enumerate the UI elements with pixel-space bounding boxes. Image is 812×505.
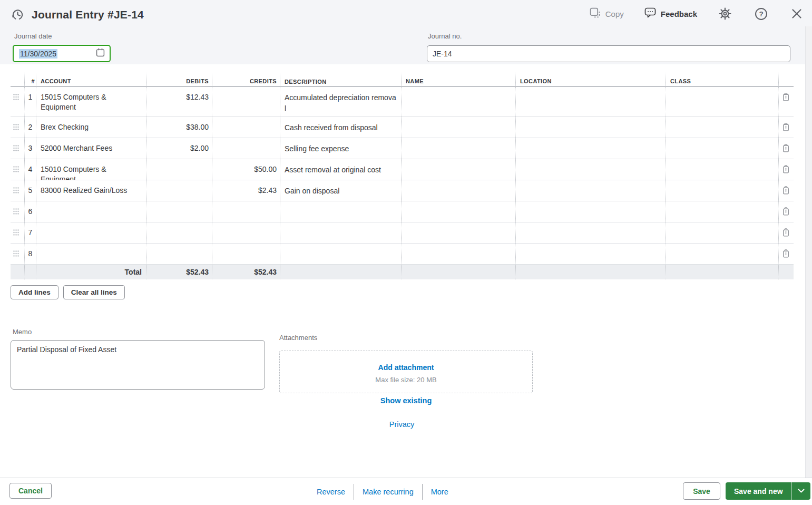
credits-cell[interactable] — [212, 244, 280, 264]
delete-row-icon[interactable] — [779, 159, 794, 180]
account-cell[interactable]: 83000 Realized Gain/Loss — [36, 180, 146, 201]
help-icon[interactable]: ? — [753, 6, 769, 22]
location-cell[interactable] — [516, 87, 666, 116]
save-and-new-button[interactable]: Save and new — [726, 482, 791, 500]
account-cell[interactable] — [36, 222, 146, 243]
table-row: 1 15015 Computers & Equipment $12.43 Acc… — [11, 87, 794, 117]
delete-row-icon[interactable] — [779, 117, 794, 138]
close-icon[interactable] — [789, 6, 805, 22]
description-cell[interactable] — [280, 244, 402, 264]
feedback-button[interactable]: Feedback — [644, 6, 697, 21]
save-options-dropdown-button[interactable] — [791, 482, 810, 500]
location-cell[interactable] — [516, 244, 666, 264]
account-cell[interactable]: 15015 Computers & Equipment — [36, 87, 146, 116]
show-existing-link[interactable]: Show existing — [279, 396, 533, 405]
drag-handle-icon[interactable] — [11, 180, 25, 201]
make-recurring-link[interactable]: Make recurring — [354, 488, 422, 496]
calendar-icon[interactable] — [95, 47, 105, 60]
delete-row-icon[interactable] — [779, 138, 794, 159]
debits-cell[interactable] — [146, 222, 212, 243]
location-cell[interactable] — [516, 138, 666, 159]
drag-handle-icon[interactable] — [11, 87, 25, 116]
journal-no-input[interactable] — [427, 45, 790, 62]
description-cell[interactable]: Gain on disposal — [280, 180, 402, 201]
account-cell[interactable]: Brex Checking — [36, 117, 146, 138]
credits-cell[interactable] — [212, 138, 280, 159]
more-link[interactable]: More — [423, 488, 457, 496]
copy-button[interactable]: Copy — [589, 7, 624, 21]
location-cell[interactable] — [516, 201, 666, 222]
credits-cell[interactable] — [212, 222, 280, 243]
description-cell[interactable]: Selling fee expense — [280, 138, 402, 159]
copy-label: Copy — [605, 9, 624, 18]
account-cell[interactable]: 15010 Computers & Equipment — [36, 159, 146, 180]
debits-cell[interactable] — [146, 244, 212, 264]
debits-cell[interactable] — [146, 159, 212, 180]
class-cell[interactable] — [666, 138, 779, 159]
location-cell[interactable] — [516, 117, 666, 138]
description-cell[interactable] — [280, 201, 402, 222]
debits-cell[interactable]: $2.00 — [146, 138, 212, 159]
description-cell[interactable]: Asset removal at original cost — [280, 159, 402, 180]
credits-cell[interactable]: $2.43 — [212, 180, 280, 201]
credits-cell[interactable] — [212, 87, 280, 116]
name-cell[interactable] — [402, 180, 516, 201]
name-cell[interactable] — [402, 222, 516, 243]
class-cell[interactable] — [666, 117, 779, 138]
delete-row-icon[interactable] — [779, 244, 794, 264]
memo-input[interactable]: Partial Disposal of Fixed Asset — [11, 340, 265, 390]
row-number: 1 — [25, 87, 36, 116]
location-cell[interactable] — [516, 222, 666, 243]
account-cell[interactable]: 52000 Merchant Fees — [36, 138, 146, 159]
delete-row-icon[interactable] — [779, 222, 794, 243]
debits-cell[interactable] — [146, 180, 212, 201]
drag-handle-icon[interactable] — [11, 201, 25, 222]
drag-handle-icon[interactable] — [11, 117, 25, 138]
name-cell[interactable] — [402, 87, 516, 116]
clear-all-lines-button[interactable]: Clear all lines — [63, 285, 125, 299]
class-cell[interactable] — [666, 87, 779, 116]
drag-handle-icon[interactable] — [11, 244, 25, 264]
name-cell[interactable] — [402, 201, 516, 222]
history-icon[interactable] — [9, 7, 25, 23]
description-cell[interactable]: Accumulated depreciation removal — [280, 87, 402, 116]
cancel-button[interactable]: Cancel — [9, 483, 52, 499]
delete-row-icon[interactable] — [779, 87, 794, 116]
debits-cell[interactable]: $12.43 — [146, 87, 212, 116]
add-lines-button[interactable]: Add lines — [11, 285, 58, 299]
footer-bar: Cancel Reverse Make recurring More Save … — [0, 478, 812, 505]
credits-cell[interactable] — [212, 201, 280, 222]
account-cell[interactable] — [36, 201, 146, 222]
drag-handle-icon[interactable] — [11, 138, 25, 159]
description-cell[interactable]: Cash received from disposal — [280, 117, 402, 138]
gear-icon[interactable] — [717, 6, 733, 22]
location-cell[interactable] — [516, 159, 666, 180]
privacy-link[interactable]: Privacy — [279, 420, 524, 429]
location-cell[interactable] — [516, 180, 666, 201]
class-cell[interactable] — [666, 244, 779, 264]
class-cell[interactable] — [666, 180, 779, 201]
debits-cell[interactable]: $38.00 — [146, 117, 212, 138]
drag-handle-icon[interactable] — [11, 159, 25, 180]
save-button[interactable]: Save — [683, 482, 720, 500]
delete-row-icon[interactable] — [779, 201, 794, 222]
class-cell[interactable] — [666, 201, 779, 222]
name-cell[interactable] — [402, 244, 516, 264]
attachment-dropzone[interactable]: Add attachment Max file size: 20 MB — [279, 351, 533, 393]
add-attachment-link[interactable]: Add attachment — [280, 363, 532, 372]
class-cell[interactable] — [666, 222, 779, 243]
vertical-scrollbar[interactable] — [805, 26, 812, 478]
reverse-link[interactable]: Reverse — [308, 488, 354, 496]
debits-cell[interactable] — [146, 201, 212, 222]
journal-date-input[interactable]: 11/30/2025 — [13, 45, 111, 62]
drag-handle-icon[interactable] — [11, 222, 25, 243]
credits-cell[interactable]: $50.00 — [212, 159, 280, 180]
delete-row-icon[interactable] — [779, 180, 794, 201]
class-cell[interactable] — [666, 159, 779, 180]
description-cell[interactable] — [280, 222, 402, 243]
credits-cell[interactable] — [212, 117, 280, 138]
name-cell[interactable] — [402, 159, 516, 180]
account-cell[interactable] — [36, 244, 146, 264]
name-cell[interactable] — [402, 117, 516, 138]
name-cell[interactable] — [402, 138, 516, 159]
